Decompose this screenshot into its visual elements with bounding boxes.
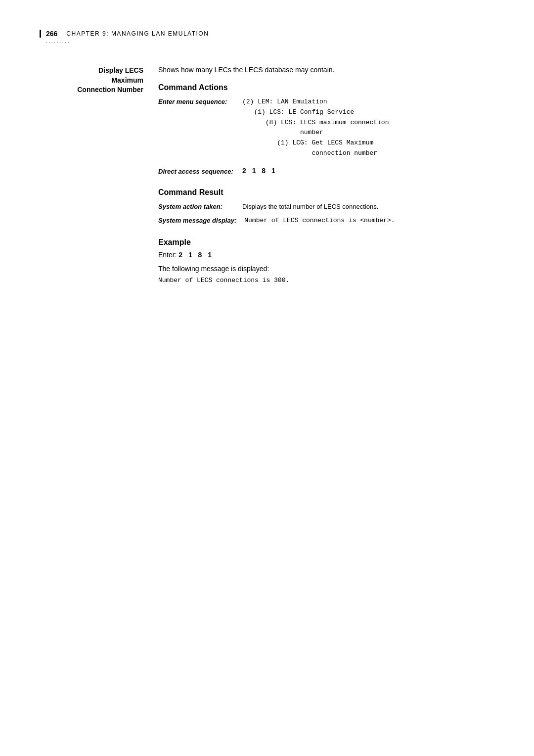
enter-menu-label: Enter menu sequence: (158, 97, 242, 107)
content-area: Display LECS Maximum Connection Number S… (40, 65, 494, 284)
direct-access-row: Direct access sequence: 2 1 8 1 (158, 167, 494, 177)
example-section: Example Enter: 2 1 8 1 The following mes… (158, 238, 494, 284)
system-action-row: System action taken: Displays the total … (158, 202, 494, 212)
enter-menu-value: (2) LEM: LAN Emulation (1) LCS: LE Confi… (242, 97, 389, 159)
right-content: Shows how many LECs the LECS database ma… (158, 65, 494, 284)
label-line2: Maximum (40, 76, 143, 86)
system-action-value: Displays the total number of LECS connec… (242, 202, 378, 212)
command-result-heading: Command Result (158, 188, 494, 197)
section-block: Display LECS Maximum Connection Number S… (40, 65, 494, 284)
page-number: 266 (46, 30, 57, 38)
header-dots: ········· (40, 40, 494, 45)
page: 266 Chapter 9: Managing LAN Emulation ··… (0, 0, 534, 756)
direct-access-label: Direct access sequence: (158, 167, 242, 177)
label-line3: Connection Number (40, 85, 143, 95)
enter-prefix: Enter: (158, 251, 178, 259)
description-text: Shows how many LECs the LECS database ma… (158, 65, 494, 75)
following-message-text: The following message is displayed: (158, 265, 494, 273)
system-message-value: Number of LECS connections is <number>. (244, 216, 395, 226)
enter-menu-row: Enter menu sequence: (2) LEM: LAN Emulat… (158, 97, 494, 159)
page-header: 266 Chapter 9: Managing LAN Emulation (40, 30, 494, 38)
system-message-row: System message display: Number of LECS c… (158, 216, 494, 226)
direct-access-value: 2 1 8 1 (242, 167, 277, 175)
code-output: Number of LECS connections is 300. (158, 277, 494, 284)
system-message-label: System message display: (158, 216, 244, 226)
label-line1: Display LECS (40, 66, 143, 76)
chapter-title: Chapter 9: Managing LAN Emulation (66, 30, 209, 37)
section-left-label: Display LECS Maximum Connection Number (40, 65, 158, 284)
enter-value: 2 1 8 1 (178, 251, 214, 259)
command-actions-heading: Command Actions (158, 83, 494, 92)
example-enter-line: Enter: 2 1 8 1 (158, 251, 494, 259)
example-heading: Example (158, 238, 494, 247)
command-result-section: Command Result System action taken: Disp… (158, 188, 494, 226)
system-action-label: System action taken: (158, 202, 242, 212)
